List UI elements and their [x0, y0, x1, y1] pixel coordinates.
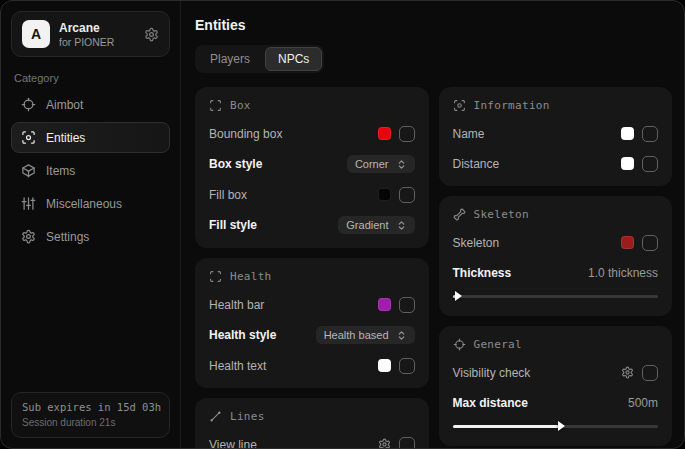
sidebar-item-aimbot[interactable]: Aimbot — [11, 89, 170, 120]
bounding-box-checkbox[interactable] — [399, 126, 415, 142]
row-label: Health bar — [209, 298, 264, 312]
box-card: Box Bounding box Box style Corne — [195, 87, 429, 248]
tab-npcs[interactable]: NPCs — [265, 47, 322, 71]
row-label: View line — [209, 438, 257, 449]
max-distance-value: 500m — [628, 396, 658, 410]
distance-checkbox[interactable] — [642, 156, 658, 172]
general-card: General Visibility check Max distance 50… — [439, 326, 673, 446]
health-style-dropdown[interactable]: Health based — [316, 326, 415, 344]
health-style-row: Health style Health based — [209, 326, 415, 344]
sidebar-item-label: Miscellaneous — [46, 197, 122, 211]
visibility-check-checkbox[interactable] — [642, 365, 658, 381]
color-swatch[interactable] — [621, 157, 634, 170]
page-title: Entities — [195, 17, 672, 33]
dropdown-value: Gradient — [346, 219, 388, 231]
row-label: Visibility check — [453, 366, 531, 380]
fill-box-row: Fill box — [209, 186, 415, 203]
box-select-icon — [209, 270, 222, 283]
sub-expires-text: Sub expires in 15d 03h — [22, 401, 159, 413]
color-swatch[interactable] — [378, 127, 391, 140]
target-icon — [453, 338, 466, 351]
color-swatch[interactable] — [621, 127, 634, 140]
health-bar-row: Health bar — [209, 296, 415, 313]
sidebar-item-settings[interactable]: Settings — [11, 221, 170, 252]
box-select-icon — [209, 99, 222, 112]
app-name: Arcane — [59, 21, 114, 35]
name-checkbox[interactable] — [642, 126, 658, 142]
max-distance-row: Max distance 500m — [453, 394, 659, 411]
row-settings-gear-icon[interactable] — [378, 438, 391, 448]
fill-box-checkbox[interactable] — [399, 187, 415, 203]
name-row: Name — [453, 125, 659, 142]
sidebar-item-items[interactable]: Items — [11, 155, 170, 186]
app-window: A Arcane for PIONER Category Aimbot Enti… — [0, 0, 685, 449]
bounding-box-row: Bounding box — [209, 125, 415, 142]
fill-style-dropdown[interactable]: Gradient — [338, 216, 414, 234]
row-label: Thickness — [453, 266, 512, 280]
box-style-row: Box style Corner — [209, 155, 415, 173]
thickness-value: 1.0 thickness — [588, 266, 658, 280]
card-title: Lines — [230, 410, 265, 423]
gear-icon — [21, 229, 36, 244]
row-label: Health style — [209, 328, 276, 342]
bone-icon — [453, 208, 466, 221]
color-swatch[interactable] — [378, 188, 391, 201]
color-swatch[interactable] — [378, 359, 391, 372]
diagonal-line-icon — [209, 410, 222, 423]
lines-card: Lines View line Line to enemy — [195, 398, 429, 448]
visibility-check-row: Visibility check — [453, 364, 659, 381]
sidebar-item-miscellaneous[interactable]: Miscellaneous — [11, 188, 170, 219]
view-line-row: View line — [209, 436, 415, 448]
dropdown-value: Corner — [355, 158, 389, 170]
color-swatch[interactable] — [378, 298, 391, 311]
app-logo: A — [22, 20, 50, 48]
sliders-icon — [21, 196, 36, 211]
slider-track[interactable] — [453, 425, 659, 428]
row-settings-gear-icon[interactable] — [621, 366, 634, 379]
box-style-dropdown[interactable]: Corner — [347, 155, 415, 173]
slider-fill — [453, 295, 456, 298]
card-title: Information — [474, 99, 550, 112]
row-label: Box style — [209, 157, 262, 171]
sidebar: A Arcane for PIONER Category Aimbot Enti… — [1, 1, 181, 448]
slider-track[interactable] — [453, 295, 659, 298]
scan-info-icon — [453, 99, 466, 112]
health-bar-checkbox[interactable] — [399, 297, 415, 313]
row-label: Bounding box — [209, 127, 282, 141]
sidebar-item-label: Aimbot — [46, 98, 83, 112]
app-subtitle: for PIONER — [59, 36, 114, 48]
slider-thumb[interactable] — [455, 291, 462, 301]
color-swatch[interactable] — [621, 236, 634, 249]
fill-style-row: Fill style Gradient — [209, 216, 415, 234]
information-card: Information Name Distance — [439, 87, 673, 186]
row-label: Health text — [209, 359, 266, 373]
slider-fill — [453, 425, 560, 428]
sidebar-item-label: Entities — [46, 131, 85, 145]
view-line-checkbox[interactable] — [399, 437, 415, 449]
sidebar-nav: Aimbot Entities Items Miscellaneous — [11, 89, 170, 252]
max-distance-slider[interactable] — [453, 420, 659, 432]
thickness-slider[interactable] — [453, 290, 659, 302]
scan-icon — [21, 130, 36, 145]
sidebar-item-entities[interactable]: Entities — [11, 122, 170, 153]
tab-players[interactable]: Players — [197, 47, 263, 71]
skeleton-checkbox[interactable] — [642, 235, 658, 251]
skeleton-row: Skeleton — [453, 234, 659, 251]
sidebar-item-label: Settings — [46, 230, 89, 244]
slider-thumb[interactable] — [558, 421, 565, 431]
entity-tabs: Players NPCs — [195, 45, 324, 73]
row-label: Fill box — [209, 188, 247, 202]
row-label: Name — [453, 127, 485, 141]
crosshair-icon — [21, 97, 36, 112]
row-label: Fill style — [209, 218, 257, 232]
thickness-row: Thickness 1.0 thickness — [453, 264, 659, 281]
skeleton-card: Skeleton Skeleton Thickness 1.0 thicknes… — [439, 196, 673, 316]
session-duration-text: Session duration 21s — [22, 417, 159, 428]
chevrons-up-down-icon — [396, 159, 407, 170]
settings-gear-icon[interactable] — [144, 27, 159, 42]
health-text-checkbox[interactable] — [399, 358, 415, 374]
chevrons-up-down-icon — [396, 330, 407, 341]
card-title: Box — [230, 99, 251, 112]
chevrons-up-down-icon — [396, 220, 407, 231]
card-title: Skeleton — [474, 208, 529, 221]
